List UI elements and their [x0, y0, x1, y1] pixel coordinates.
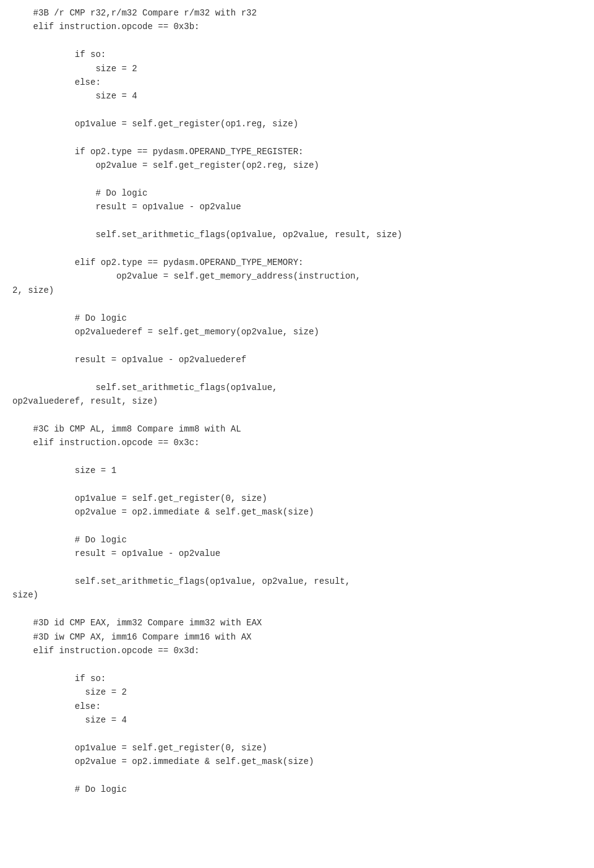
code-line: #3D iw CMP AX, imm16 Compare imm16 with … — [12, 630, 582, 644]
code-line: # Do logic — [12, 186, 582, 200]
code-line — [12, 519, 582, 532]
code-line: result = op1value - op2valuederef — [12, 353, 582, 367]
code-line — [12, 602, 582, 616]
code-line: elif instruction.opcode == 0x3b: — [12, 20, 582, 33]
code-line: # Do logic — [12, 533, 582, 547]
code-line: result = op1value - op2value — [12, 200, 582, 214]
code-line: elif op2.type == pydasm.OPERAND_TYPE_MEM… — [12, 256, 582, 269]
code-line: op1value = self.get_register(op1.reg, si… — [12, 117, 582, 131]
code-line — [12, 477, 582, 491]
code-line — [12, 131, 582, 145]
code-line: op2value = op2.immediate & self.get_mask… — [12, 505, 582, 519]
code-line: #3B /r CMP r32,r/m32 Compare r/m32 with … — [12, 6, 582, 20]
code-line — [12, 242, 582, 256]
code-line: self.set_arithmetic_flags(op1value, op2v… — [12, 575, 582, 588]
code-line: self.set_arithmetic_flags(op1value, op2v… — [12, 228, 582, 241]
code-block: #3B /r CMP r32,r/m32 Compare r/m32 with … — [0, 0, 594, 802]
code-line: if so: — [12, 672, 582, 685]
code-line: op2value = self.get_memory_address(instr… — [12, 269, 582, 283]
code-line: elif instruction.opcode == 0x3c: — [12, 436, 582, 449]
code-line — [12, 658, 582, 671]
code-line: op1value = self.get_register(0, size) — [12, 741, 582, 755]
code-line: 2, size) — [12, 284, 582, 297]
code-line — [12, 297, 582, 311]
code-line: elif instruction.opcode == 0x3d: — [12, 644, 582, 658]
code-line: #3D id CMP EAX, imm32 Compare imm32 with… — [12, 616, 582, 630]
code-line: else: — [12, 700, 582, 713]
code-line: size = 2 — [12, 685, 582, 699]
code-line: size = 1 — [12, 464, 582, 477]
code-line: size = 2 — [12, 62, 582, 76]
code-line — [12, 367, 582, 380]
code-line — [12, 214, 582, 228]
code-line: size = 4 — [12, 713, 582, 727]
code-line: size) — [12, 588, 582, 602]
code-line: if op2.type == pydasm.OPERAND_TYPE_REGIS… — [12, 145, 582, 158]
code-line — [12, 768, 582, 782]
code-line — [12, 339, 582, 352]
code-line — [12, 173, 582, 186]
code-line — [12, 34, 582, 48]
code-line: self.set_arithmetic_flags(op1value, — [12, 381, 582, 394]
code-line: size = 4 — [12, 89, 582, 103]
code-line: op2valuederef = self.get_memory(op2value… — [12, 325, 582, 339]
code-line — [12, 103, 582, 117]
code-line — [12, 408, 582, 422]
code-line: # Do logic — [12, 311, 582, 325]
code-line: # Do logic — [12, 783, 582, 796]
code-line: else: — [12, 76, 582, 89]
code-line: op2value = self.get_register(op2.reg, si… — [12, 158, 582, 172]
code-line: if so: — [12, 48, 582, 61]
code-line: op2valuederef, result, size) — [12, 394, 582, 408]
code-line: #3C ib CMP AL, imm8 Compare imm8 with AL — [12, 422, 582, 436]
code-line — [12, 727, 582, 740]
code-line: op2value = op2.immediate & self.get_mask… — [12, 755, 582, 768]
code-line — [12, 450, 582, 464]
code-line: op1value = self.get_register(0, size) — [12, 492, 582, 505]
code-line: result = op1value - op2value — [12, 547, 582, 560]
code-line — [12, 561, 582, 575]
